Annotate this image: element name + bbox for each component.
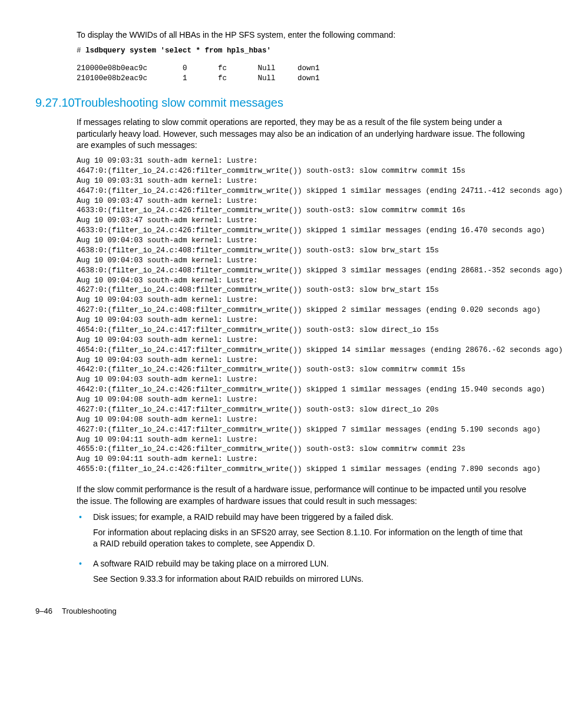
list-item: A software RAID rebuild may be taking pl… (77, 558, 527, 585)
prompt: # (77, 47, 85, 55)
bullet-main: Disk issues; for example, a RAID rebuild… (93, 512, 527, 523)
command-block: # lsdbquery system 'select * from hpls_h… (77, 46, 527, 56)
section-heading: 9.27.10Troubleshooting slow commit messa… (35, 94, 527, 111)
section-number: 9.27.10 (35, 94, 74, 111)
page-number: 9–46 (35, 607, 52, 615)
paragraph-2: If the slow commit performance is the re… (77, 484, 527, 507)
log-output: Aug 10 09:03:31 south-adm kernel: Lustre… (77, 156, 527, 475)
command-output: 210000e08b0eac9c 0 fc Null down1 210100e… (77, 64, 527, 84)
bullet-sub: For information about replacing disks in… (93, 527, 527, 550)
list-item: Disk issues; for example, a RAID rebuild… (77, 512, 527, 550)
page-footer: 9–46Troubleshooting (35, 606, 527, 617)
footer-title: Troubleshooting (62, 607, 117, 615)
section-title: Troubleshooting slow commit messages (74, 96, 283, 109)
bullet-main: A software RAID rebuild may be taking pl… (93, 558, 527, 570)
bullet-list: Disk issues; for example, a RAID rebuild… (77, 512, 527, 585)
intro-paragraph: To display the WWIDs of all HBAs in the … (77, 29, 527, 41)
bullet-sub: See Section 9.33.3 for information about… (93, 574, 527, 585)
command-text: lsdbquery system 'select * from hpls_hba… (85, 47, 271, 55)
paragraph-1: If messages relating to slow commit oper… (77, 117, 527, 151)
